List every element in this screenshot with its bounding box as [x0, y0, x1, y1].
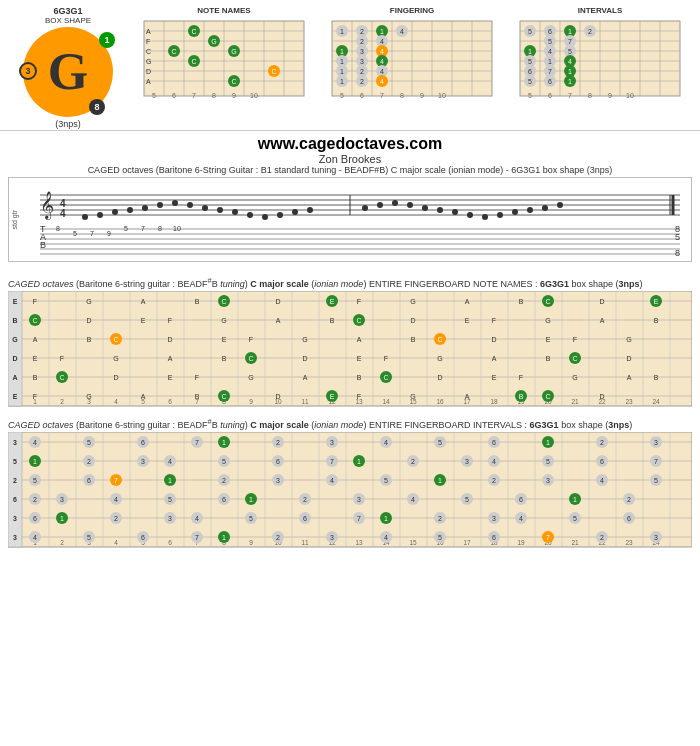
- svg-text:4: 4: [519, 515, 523, 522]
- svg-text:F: F: [33, 298, 37, 305]
- svg-text:7: 7: [195, 534, 199, 541]
- intervals-section-title-area: CAGED octaves (Baritone 6-string guitar …: [0, 415, 700, 556]
- svg-text:B: B: [654, 374, 659, 381]
- svg-text:F: F: [168, 317, 172, 324]
- svg-text:1: 1: [340, 48, 344, 55]
- svg-text:3: 3: [330, 439, 334, 446]
- svg-text:2: 2: [222, 477, 226, 484]
- svg-text:D: D: [146, 68, 151, 75]
- svg-text:C: C: [221, 393, 226, 400]
- svg-text:2: 2: [276, 534, 280, 541]
- svg-text:5: 5: [654, 477, 658, 484]
- svg-text:6: 6: [172, 92, 176, 99]
- svg-text:F: F: [384, 355, 388, 362]
- svg-point-172: [262, 214, 268, 220]
- svg-text:C: C: [437, 336, 442, 343]
- svg-text:A: A: [33, 336, 38, 343]
- svg-text:B: B: [519, 393, 524, 400]
- svg-text:1: 1: [568, 28, 572, 35]
- svg-point-162: [112, 209, 118, 215]
- notation-side-label: std gtr: [9, 210, 20, 229]
- spacer1: [0, 264, 700, 272]
- svg-text:1: 1: [340, 58, 344, 65]
- svg-text:D: D: [113, 374, 118, 381]
- svg-point-177: [362, 205, 368, 211]
- svg-text:23: 23: [625, 539, 633, 546]
- svg-text:E: E: [13, 298, 18, 305]
- svg-text:4: 4: [168, 458, 172, 465]
- svg-point-167: [187, 202, 193, 208]
- svg-text:1: 1: [573, 496, 577, 503]
- svg-text:2: 2: [600, 439, 604, 446]
- svg-text:2: 2: [33, 496, 37, 503]
- svg-text:B: B: [195, 298, 200, 305]
- note-names-section-title: CAGED octaves (Baritone 6-string guitar …: [8, 276, 692, 289]
- svg-text:B: B: [519, 298, 524, 305]
- svg-text:A: A: [146, 28, 151, 35]
- svg-text:B: B: [40, 240, 46, 250]
- svg-text:1: 1: [340, 28, 344, 35]
- svg-text:10: 10: [626, 92, 634, 99]
- svg-text:5: 5: [222, 458, 226, 465]
- svg-text:A: A: [141, 393, 146, 400]
- svg-point-171: [247, 212, 253, 218]
- svg-text:G: G: [302, 336, 307, 343]
- svg-point-165: [157, 202, 163, 208]
- svg-text:G: G: [113, 355, 118, 362]
- svg-text:D: D: [437, 374, 442, 381]
- svg-text:7: 7: [141, 225, 145, 232]
- svg-text:1: 1: [548, 58, 552, 65]
- svg-text:4: 4: [114, 496, 118, 503]
- svg-text:G: G: [437, 355, 442, 362]
- svg-text:E: E: [330, 298, 335, 305]
- svg-text:21: 21: [571, 539, 579, 546]
- badge-left: 3: [19, 62, 37, 80]
- svg-text:7: 7: [548, 68, 552, 75]
- svg-text:19: 19: [517, 539, 525, 546]
- svg-text:1: 1: [568, 78, 572, 85]
- svg-text:D: D: [491, 336, 496, 343]
- svg-text:4: 4: [330, 477, 334, 484]
- svg-text:G: G: [248, 374, 253, 381]
- svg-text:C: C: [572, 355, 577, 362]
- svg-rect-376: [8, 432, 22, 547]
- svg-text:5: 5: [168, 496, 172, 503]
- svg-point-190: [557, 202, 563, 208]
- svg-text:6: 6: [548, 28, 552, 35]
- svg-text:3: 3: [141, 458, 145, 465]
- svg-text:B: B: [87, 336, 92, 343]
- svg-text:6: 6: [548, 92, 552, 99]
- svg-text:10: 10: [438, 92, 446, 99]
- website-url: www.cagedoctaves.com: [0, 135, 700, 153]
- svg-text:8: 8: [400, 92, 404, 99]
- svg-text:E: E: [492, 374, 497, 381]
- svg-point-178: [377, 202, 383, 208]
- svg-text:1: 1: [528, 48, 532, 55]
- svg-text:7: 7: [380, 92, 384, 99]
- svg-point-169: [217, 207, 223, 213]
- svg-point-163: [127, 207, 133, 213]
- svg-text:3: 3: [330, 534, 334, 541]
- svg-text:24: 24: [652, 398, 660, 405]
- svg-text:9: 9: [249, 398, 253, 405]
- svg-text:11: 11: [301, 539, 309, 546]
- svg-text:3: 3: [60, 496, 64, 503]
- svg-text:G: G: [221, 317, 226, 324]
- svg-text:1: 1: [384, 515, 388, 522]
- svg-text:5: 5: [249, 515, 253, 522]
- svg-text:4: 4: [548, 48, 552, 55]
- svg-text:6: 6: [528, 68, 532, 75]
- svg-text:B: B: [195, 393, 200, 400]
- svg-text:9: 9: [420, 92, 424, 99]
- svg-text:4: 4: [492, 458, 496, 465]
- svg-text:3: 3: [276, 477, 280, 484]
- badge-bottom: 8: [89, 99, 105, 115]
- svg-rect-214: [8, 291, 22, 406]
- full-fretboard-intervals: 3 5 2 6 3 3: [8, 432, 692, 552]
- svg-text:5: 5: [73, 230, 77, 237]
- website-description: CAGED octaves (Baritone 6-String Guitar …: [0, 165, 700, 175]
- svg-text:6: 6: [600, 458, 604, 465]
- svg-text:5: 5: [573, 515, 577, 522]
- svg-text:6: 6: [13, 496, 17, 503]
- svg-text:A: A: [357, 336, 362, 343]
